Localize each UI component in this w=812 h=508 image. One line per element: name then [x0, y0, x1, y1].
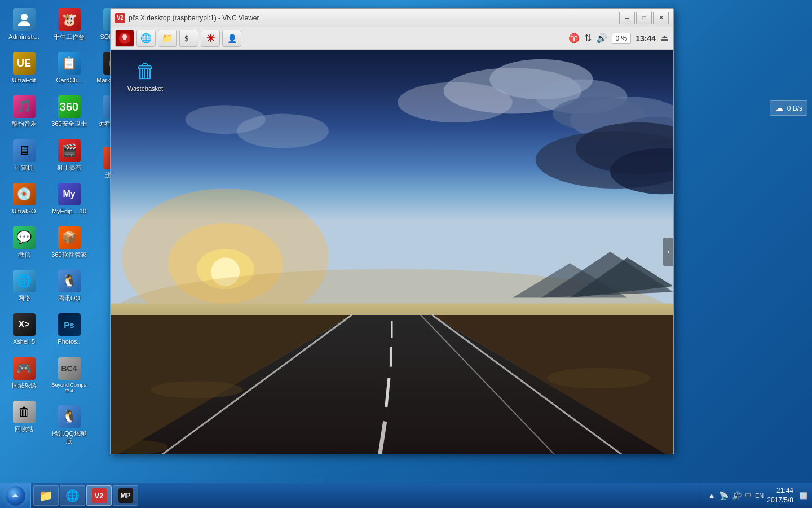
360-label: 360安全卫士	[51, 120, 86, 128]
tray-show-desktop-icon[interactable]: ⬜	[797, 492, 807, 500]
myedit-label: MyEdip... 10	[52, 208, 86, 215]
tray-sound-icon[interactable]: 🔊	[732, 491, 742, 500]
recycle-label: 回收站	[15, 426, 33, 433]
desktop-icon-myedit[interactable]: My MyEdip... 10	[48, 180, 90, 218]
svg-point-31	[151, 381, 242, 398]
rpi-wastebasket-icon[interactable]: 🗑 Wastebasket	[127, 58, 163, 92]
desktop-icon-admin[interactable]: Administr...	[3, 6, 45, 43]
tray-network-icon[interactable]: 📡	[719, 491, 729, 500]
tongyu-label: 同域乐游	[12, 382, 37, 389]
tray-keyboard-icon[interactable]: EN	[755, 492, 764, 499]
shooter-icon: 🎬	[58, 139, 81, 162]
recycle-icon: 🗑	[13, 401, 36, 423]
start-button[interactable]	[0, 483, 31, 509]
rpi-logo-button[interactable]	[115, 30, 134, 47]
eject-icon: ⏏	[660, 33, 669, 43]
qqljb-icon: 🐧	[58, 405, 81, 428]
desktop-icon-qq[interactable]: 🐧 腾讯QQ	[48, 267, 90, 305]
chrome-taskbar-icon: 🌐	[65, 488, 80, 503]
desktop-icon-wechat[interactable]: 💬 微信	[3, 224, 45, 261]
desktop-icon-ultraiso[interactable]: 💿 UltraISO	[3, 180, 45, 218]
desktop-icon-360[interactable]: 360 360安全卫士	[48, 93, 90, 130]
files-button[interactable]: 📁	[158, 30, 177, 47]
desktop-icon-tongyu[interactable]: 🎮 同域乐游	[3, 354, 45, 392]
vnc-status-area: ♈ ⇅ 🔊 0 % 13:44 ⏏	[568, 33, 669, 44]
ku-label: 酷狗音乐	[12, 120, 37, 128]
beyond-icon: BC4	[58, 357, 81, 380]
network-label: 网络	[18, 295, 30, 302]
desktop-icon-360soft[interactable]: 📦 360软件管家	[48, 224, 90, 261]
network-arrows-icon: ⇅	[584, 33, 592, 43]
photoshop-label: Photos..	[58, 338, 80, 345]
desktop-icon-photoshop[interactable]: Ps Photos..	[48, 310, 90, 348]
shooter-label: 射手影音	[57, 164, 82, 172]
svg-point-0	[21, 14, 28, 20]
desktop-icon-network[interactable]: 🌐 网络	[3, 267, 45, 305]
computer-label: 计算机	[15, 164, 33, 172]
explorer-taskbar-icon: 📁	[39, 488, 54, 503]
volume-icon: 🔊	[596, 33, 607, 43]
360soft-label: 360软件管家	[51, 251, 86, 259]
taskbar-vnc[interactable]: V2	[86, 485, 112, 506]
cardclip-icon: 📋	[58, 52, 81, 75]
speed-icon: ☁	[775, 103, 784, 113]
svg-point-32	[547, 368, 650, 389]
vnc-window-controls: ─ □ ✕	[619, 12, 669, 24]
wechat-label: 微信	[18, 251, 30, 259]
browser-button[interactable]: 🌐	[136, 30, 156, 47]
desktop-icon-computer[interactable]: 🖥 计算机	[3, 137, 45, 174]
system-tray: ▲ 📡 🔊 中 EN 21:44 2017/5/8 ⬜	[703, 483, 812, 508]
svg-point-6	[398, 82, 513, 122]
tray-arrow-icon[interactable]: ▲	[708, 491, 716, 500]
tray-ime-icon[interactable]: 中	[745, 491, 752, 501]
qieniu-icon: 🐮	[58, 8, 81, 31]
ultraedit-icon: UE	[13, 52, 36, 75]
vnc-app-icon: V2	[115, 13, 125, 23]
qqljb-label: 腾讯QQ炫聊版	[51, 430, 87, 445]
vnc-content: 🗑 Wastebasket ›	[111, 50, 673, 454]
360-icon: 360	[58, 95, 81, 118]
desktop-icon-ultraedit[interactable]: UE UltraEdit	[3, 49, 45, 87]
vnc-expand-button[interactable]: ›	[663, 238, 673, 266]
desktop-icon-shooter[interactable]: 🎬 射手影音	[48, 137, 90, 174]
360soft-icon: 📦	[58, 226, 81, 249]
myedit-icon: My	[58, 183, 81, 205]
wechat-icon: 💬	[13, 226, 36, 249]
desktop-icon-qieniu[interactable]: 🐮 千牛工作台	[48, 6, 90, 43]
desktop-icon-recycle[interactable]: 🗑 回收站	[3, 398, 45, 436]
desktop-icon-cardclip[interactable]: 📋 CardCli...	[48, 49, 90, 87]
speed-value: 0 B/s	[787, 104, 802, 112]
vnc-close-button[interactable]: ✕	[653, 12, 669, 24]
vnc-clock: 13:44	[636, 34, 656, 43]
network-icon: 🌐	[13, 270, 36, 292]
qq-label: 腾讯QQ	[58, 295, 80, 302]
taskbar-markdown[interactable]: MP	[113, 485, 138, 506]
wastebasket-label: Wastebasket	[127, 85, 163, 92]
xshell-label: Xshell 5	[13, 338, 35, 345]
wastebasket-icon: 🗑	[133, 58, 158, 84]
svg-point-11	[185, 105, 266, 134]
vnc-window: V2 pi's X desktop (raspberrypi:1) - VNC …	[110, 8, 674, 454]
qieniu-label: 千牛工作台	[54, 33, 85, 41]
math-button[interactable]: ✳	[201, 30, 220, 47]
vnc-toolbar: 🌐 📁 $_ ✳ 👤 ♈ ⇅ 🔊 0 % 13:44 ⏏	[111, 27, 673, 50]
desktop-icon-ku[interactable]: 🎵 酷狗音乐	[3, 93, 45, 130]
taskbar-explorer[interactable]: 📁	[33, 485, 59, 506]
svg-point-33	[111, 440, 168, 454]
taskbar-items: 📁 🌐 V2 MP	[31, 483, 140, 508]
taskbar-chrome[interactable]: 🌐	[60, 485, 85, 506]
user-button[interactable]: 👤	[222, 30, 241, 47]
terminal-button[interactable]: $_	[179, 30, 198, 47]
desktop-icon-xshell[interactable]: X> Xshell 5	[3, 310, 45, 348]
vnc-minimize-button[interactable]: ─	[619, 12, 635, 24]
admin-icon	[13, 8, 36, 31]
speed-widget[interactable]: ☁ 0 B/s	[770, 100, 807, 116]
tray-date-value: 2017/5/8	[767, 496, 793, 505]
taskbar: 📁 🌐 V2 MP ▲ 📡 🔊 中 EN 21:44 2017/5/8	[0, 483, 812, 508]
beyond-label: Beyond Compare 4	[51, 382, 87, 395]
desktop-icon-qqljb[interactable]: 🐧 腾讯QQ炫聊版	[48, 402, 90, 448]
vnc-maximize-button[interactable]: □	[636, 12, 652, 24]
desktop-icon-beyond[interactable]: BC4 Beyond Compare 4	[48, 354, 90, 397]
ultraiso-icon: 💿	[13, 183, 36, 205]
bluetooth-icon: ♈	[568, 33, 580, 43]
